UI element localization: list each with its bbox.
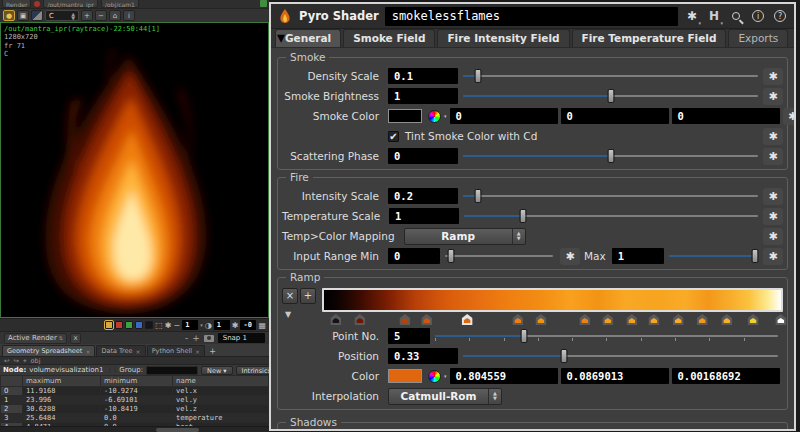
- grid-icon[interactable]: ▦: [258, 321, 266, 330]
- table-row[interactable]: 1 23.996 -6.69101 vel.y: [1, 396, 269, 405]
- houdini-asset-icon[interactable]: H▾: [706, 8, 722, 24]
- ramp-color-g-field[interactable]: 0.0869013: [561, 368, 669, 384]
- cell[interactable]: -6.69101: [101, 396, 173, 405]
- tint-checkbox[interactable]: ✔: [388, 131, 399, 142]
- plane-color-chip[interactable]: [105, 321, 113, 329]
- smoke-color-swatch[interactable]: [388, 109, 422, 123]
- background-image-icon[interactable]: [31, 10, 43, 21]
- node-filter-icon[interactable]: ⌖: [23, 357, 27, 365]
- gear-icon[interactable]: [763, 148, 783, 165]
- camera-icon[interactable]: [204, 335, 214, 342]
- active-render-dropdown[interactable]: Active Render ⇅: [4, 333, 67, 344]
- cell[interactable]: -10.8419: [101, 405, 173, 414]
- point-no-field[interactable]: 5: [388, 328, 430, 344]
- mapping-dropdown[interactable]: Ramp ▲▼: [404, 228, 526, 245]
- spinner-icon[interactable]: ▲▼: [512, 229, 525, 244]
- minus-icon[interactable]: −: [174, 321, 181, 330]
- points-mode-icon[interactable]: [109, 366, 111, 374]
- gear-icon[interactable]: [763, 88, 783, 105]
- plane-red-chip[interactable]: [115, 321, 123, 329]
- gamma-field[interactable]: 1: [214, 320, 230, 330]
- col-name[interactable]: name: [173, 376, 269, 387]
- close-render-button[interactable]: x: [70, 333, 81, 344]
- ramp-marker[interactable]: [648, 314, 659, 325]
- ramp-add-point-button[interactable]: +: [300, 288, 316, 304]
- ramp-marker[interactable]: [748, 314, 759, 325]
- node-name[interactable]: volumevisualization1: [29, 366, 103, 374]
- density-scale-field[interactable]: 0.1: [388, 68, 458, 84]
- ramp-marker[interactable]: [602, 314, 613, 325]
- help-icon[interactable]: ?: [772, 8, 788, 24]
- gear-icon[interactable]: [763, 128, 783, 145]
- search-icon[interactable]: [728, 8, 744, 24]
- table-row[interactable]: 2 30.6288 -10.8419 vel.z: [1, 405, 269, 414]
- snap-minus-button[interactable]: -: [185, 333, 188, 343]
- col-maximum[interactable]: maximum: [23, 376, 101, 387]
- scattering-phase-field[interactable]: 0: [388, 148, 458, 164]
- temperature-scale-slider[interactable]: [464, 208, 758, 224]
- record-icon[interactable]: [34, 1, 40, 7]
- gear-icon[interactable]: [763, 228, 783, 245]
- gear-icon[interactable]: [763, 188, 783, 205]
- intensity-scale-slider[interactable]: [463, 188, 758, 204]
- zoom-out-icon[interactable]: −: [95, 10, 107, 21]
- ramp-marker[interactable]: [673, 314, 684, 325]
- scattering-phase-slider[interactable]: [463, 148, 758, 164]
- ramp-color-b-field[interactable]: 0.00168692: [672, 368, 780, 384]
- out-path-dropdown[interactable]: /out/mantra_ipr: [43, 0, 98, 8]
- ramp-marker[interactable]: [399, 314, 410, 325]
- forward-icon[interactable]: ↪: [13, 357, 18, 365]
- gear-icon[interactable]: [763, 68, 783, 85]
- render-viewport[interactable]: /out/mantra_ipr(raytrace)-22:50:44[1] 12…: [0, 22, 269, 318]
- cell[interactable]: -10.9274: [101, 387, 173, 396]
- ramp-color-swatch[interactable]: [388, 369, 422, 383]
- ramp-marker[interactable]: [535, 314, 546, 325]
- ramp-marker[interactable]: [512, 314, 523, 325]
- cell[interactable]: 0.0: [101, 414, 173, 423]
- close-icon[interactable]: ×: [136, 348, 141, 355]
- chevron-down-icon[interactable]: ▾: [200, 322, 203, 328]
- point-no-slider[interactable]: [435, 328, 778, 344]
- intensity-scale-field[interactable]: 0.2: [388, 188, 458, 204]
- node-name-field[interactable]: smokelessflames: [385, 7, 678, 26]
- plane-blue-chip[interactable]: [135, 321, 143, 329]
- close-icon[interactable]: ×: [195, 348, 200, 355]
- ramp-marker[interactable]: [579, 314, 590, 325]
- offset-field[interactable]: -0: [240, 320, 256, 330]
- ramp-marker[interactable]: [462, 314, 473, 325]
- smoke-color-b-field[interactable]: 0: [672, 108, 780, 124]
- add-tab-button[interactable]: +: [206, 347, 219, 356]
- position-slider[interactable]: [463, 348, 778, 364]
- plane-alpha-chip[interactable]: [145, 321, 153, 329]
- cell[interactable]: 30.6288: [23, 405, 101, 414]
- ramp-marker[interactable]: [775, 314, 786, 325]
- home-view-icon[interactable]: ⌂: [109, 10, 121, 21]
- tab-python-shell[interactable]: Python Shell×: [147, 345, 206, 356]
- cell[interactable]: 23.996: [23, 396, 101, 405]
- display-plane-dropdown[interactable]: C ▲▼: [45, 10, 79, 21]
- ramp-marker[interactable]: [721, 314, 732, 325]
- pyro-shader-icon[interactable]: ▾: [277, 8, 293, 24]
- ramp-marker[interactable]: [697, 314, 708, 325]
- new-dropdown[interactable]: New ▾: [201, 366, 233, 375]
- tab-fire-intensity-field[interactable]: Fire Intensity Field: [437, 29, 569, 47]
- smoke-brightness-slider[interactable]: [463, 88, 758, 104]
- gear-icon[interactable]: [763, 248, 783, 265]
- prims-mode-icon[interactable]: [114, 366, 116, 374]
- snapshot-name-field[interactable]: Snap 1: [218, 333, 265, 343]
- input-range-max-slider[interactable]: [669, 248, 758, 264]
- col-index[interactable]: [1, 376, 23, 387]
- pan-icon[interactable]: ⬚: [155, 321, 163, 330]
- cell[interactable]: temperature: [173, 414, 269, 423]
- temperature-scale-field[interactable]: 1: [389, 208, 459, 224]
- ramp-gradient[interactable]: [322, 288, 783, 312]
- info-icon[interactable]: i: [750, 8, 766, 24]
- smoke-brightness-field[interactable]: 1: [388, 88, 458, 104]
- cell[interactable]: 11.9168: [23, 387, 101, 396]
- tab-smoke-field[interactable]: Smoke Field: [343, 29, 435, 47]
- back-icon[interactable]: ↩: [4, 357, 9, 365]
- close-icon[interactable]: ×: [85, 348, 90, 355]
- camera-path-dropdown[interactable]: /obj/cam1: [101, 0, 139, 8]
- snap-plus-button[interactable]: +: [192, 333, 200, 343]
- horizontal-scrollbar[interactable]: [0, 426, 269, 432]
